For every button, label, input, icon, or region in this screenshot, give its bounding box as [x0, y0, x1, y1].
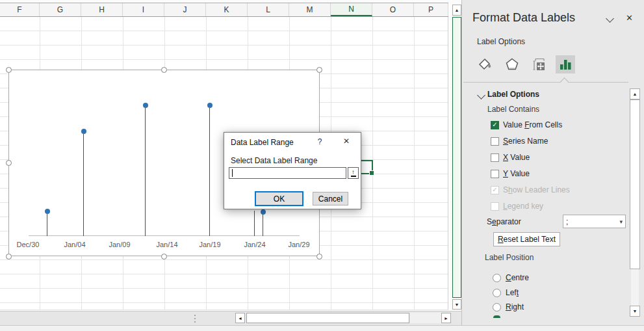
- checkbox[interactable]: [491, 137, 499, 146]
- checkbox-row-y-value[interactable]: Y Value: [491, 168, 530, 179]
- selection-handle-se[interactable]: [316, 254, 322, 259]
- selected-icon-notch: [560, 77, 569, 86]
- column-header-N[interactable]: N: [331, 3, 372, 16]
- selection-handle-n[interactable]: [161, 67, 167, 73]
- selection-handle-w[interactable]: [6, 160, 12, 166]
- scroll-up-button[interactable]: ▲: [452, 5, 461, 16]
- checkbox-row-value-from-cells[interactable]: ✓Value From Cells: [491, 119, 562, 131]
- radio-label: Right: [506, 302, 524, 311]
- checkbox-row-legend-key[interactable]: Legend key: [491, 200, 543, 212]
- excel-window: FGHIJKLMNOP Dec/30Jan/04Jan/09Jan/14Jan/…: [0, 0, 644, 331]
- x-tick-Jan-24: Jan/24: [237, 241, 273, 248]
- collapse-dialog-button[interactable]: ↑: [348, 167, 359, 179]
- separator-dropdown[interactable]: ; ▾: [563, 215, 626, 228]
- scroll-down-button[interactable]: ▼: [452, 299, 461, 310]
- column-header-P[interactable]: P: [414, 3, 448, 16]
- sheet-tabs-splitter-icon[interactable]: [194, 315, 196, 316]
- x-tick-Jan-09: Jan/09: [101, 241, 138, 248]
- column-header-row: FGHIJKLMNOP: [0, 3, 448, 17]
- radio-row-right[interactable]: Right: [493, 302, 524, 312]
- reset-label-text-button[interactable]: Reset Label Text: [493, 232, 560, 246]
- horizontal-scrollbar-thumb[interactable]: [246, 313, 409, 323]
- checkbox-row-series-name[interactable]: Series Name: [491, 135, 548, 147]
- dropdown-caret-icon: ▾: [619, 218, 623, 225]
- fill-handle[interactable]: [369, 170, 374, 176]
- pane-scrollbar-thumb[interactable]: [630, 99, 640, 269]
- range-input[interactable]: [229, 167, 346, 179]
- section-collapse-icon[interactable]: [477, 91, 485, 99]
- selection-handle-sw[interactable]: [6, 254, 12, 259]
- vertical-scrollbar-thumb[interactable]: [452, 17, 461, 298]
- data-label-range-dialog: Data Label Range ? ✕ Select Data Label R…: [224, 132, 361, 209]
- collapse-dialog-icon: ↑: [352, 170, 355, 175]
- radio-button[interactable]: [493, 274, 501, 282]
- column-header-J[interactable]: J: [164, 3, 206, 16]
- radio-button[interactable]: [493, 303, 501, 311]
- checkbox[interactable]: [491, 170, 499, 178]
- checkbox[interactable]: [491, 153, 499, 162]
- column-header-I[interactable]: I: [123, 3, 164, 16]
- selection-handle-nw[interactable]: [6, 67, 12, 73]
- cancel-button[interactable]: Cancel: [313, 192, 348, 205]
- chevron-down-icon[interactable]: [606, 14, 614, 23]
- data-point-6[interactable]: [261, 209, 266, 215]
- column-header-H[interactable]: H: [81, 3, 123, 16]
- pane-scroll-up-icon: ▲: [633, 92, 638, 96]
- selection-handle-s[interactable]: [161, 254, 167, 259]
- fill-line-icon[interactable]: [476, 55, 495, 73]
- scroll-up-icon: ▲: [455, 8, 459, 12]
- checkbox-label: X Value: [503, 153, 530, 162]
- scroll-left-icon: ◄: [238, 316, 242, 321]
- dialog-help-button[interactable]: ?: [315, 137, 324, 146]
- column-header-O[interactable]: O: [372, 3, 414, 16]
- text-caret: [232, 169, 233, 177]
- pane-title: Format Data Labels: [472, 11, 575, 25]
- checkbox-row-show-leader-lines[interactable]: ✓Show Leader Lines: [491, 184, 570, 196]
- column-header-L[interactable]: L: [248, 3, 289, 16]
- pane-scroll-down-icon: ▼: [633, 309, 638, 313]
- x-axis-line: [29, 235, 300, 236]
- label-position-heading: Label Position: [485, 253, 534, 262]
- pane-scrollbar-track: [631, 269, 639, 306]
- x-tick-Jan-14: Jan/14: [149, 241, 185, 248]
- stem-3: [145, 108, 146, 236]
- column-header-K[interactable]: K: [206, 3, 248, 16]
- checkbox-label: Show Leader Lines: [503, 185, 570, 194]
- data-point-4[interactable]: [207, 103, 213, 108]
- scroll-left-button[interactable]: ◄: [235, 313, 245, 323]
- ok-button[interactable]: OK: [255, 191, 303, 206]
- effects-icon[interactable]: [502, 55, 522, 73]
- radio-row-centre[interactable]: Centre: [493, 272, 529, 283]
- data-point-2[interactable]: [81, 129, 86, 134]
- radio-label: Centre: [506, 273, 529, 282]
- column-header-F[interactable]: F: [0, 3, 40, 16]
- label-contains-heading: Label Contains: [487, 105, 539, 114]
- checkbox[interactable]: ✓: [491, 121, 499, 129]
- scroll-right-button[interactable]: ►: [441, 313, 451, 323]
- stem-4: [209, 108, 210, 236]
- x-tick-Jan-04: Jan/04: [57, 241, 93, 248]
- radio-above-partial[interactable]: [493, 315, 500, 318]
- radio-row-left[interactable]: Left: [493, 287, 519, 298]
- checkbox-label: Value From Cells: [503, 120, 562, 129]
- tab-label-options[interactable]: Label Options: [477, 37, 525, 46]
- section-label-options[interactable]: Label Options: [487, 90, 539, 99]
- selection-handle-ne[interactable]: [316, 67, 322, 73]
- stem-1: [47, 214, 47, 236]
- dialog-titlebar[interactable]: Data Label Range ? ✕: [224, 133, 361, 151]
- size-properties-icon[interactable]: [529, 55, 548, 73]
- data-point-1[interactable]: [45, 209, 50, 214]
- checkbox-label: Y Value: [503, 169, 530, 178]
- pane-scroll-up-button[interactable]: ▲: [630, 88, 640, 99]
- radio-button[interactable]: [493, 289, 501, 297]
- checkbox-row-x-value[interactable]: X Value: [491, 152, 530, 163]
- checkbox-label: Series Name: [503, 137, 548, 146]
- horizontal-scrollbar-track: [410, 313, 441, 323]
- pane-scroll-down-button[interactable]: ▼: [630, 306, 640, 317]
- data-point-3[interactable]: [143, 103, 148, 108]
- dialog-close-button[interactable]: ✕: [341, 137, 352, 146]
- column-header-M[interactable]: M: [289, 3, 331, 16]
- label-options-chart-icon[interactable]: [556, 55, 575, 73]
- pane-close-button[interactable]: ✕: [626, 13, 633, 23]
- column-header-G[interactable]: G: [40, 3, 81, 16]
